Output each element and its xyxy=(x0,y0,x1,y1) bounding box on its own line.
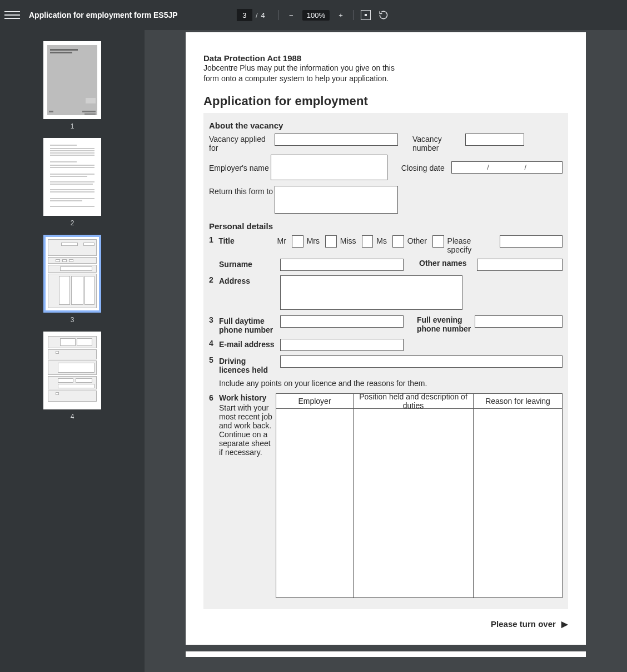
q3-label: Full daytime phone number xyxy=(219,315,278,334)
thumbnail-1[interactable]: 1 xyxy=(43,41,101,130)
thumbnail-2[interactable]: 2 xyxy=(43,138,101,227)
field-return-form[interactable] xyxy=(275,186,398,214)
page-total: 4 xyxy=(261,11,265,19)
zoom-out-button[interactable]: − xyxy=(285,8,298,22)
rotate-button[interactable] xyxy=(377,8,390,22)
q2-label: Address xyxy=(219,275,278,285)
thumbnail-number: 2 xyxy=(43,219,101,227)
thumbnail-number: 1 xyxy=(43,122,101,130)
field-vacancy-number[interactable] xyxy=(465,134,524,146)
checkbox-miss[interactable] xyxy=(362,235,374,248)
turn-over-note: Please turn over ▶ xyxy=(203,619,568,629)
q4-label: E-mail address xyxy=(219,339,278,349)
field-surname[interactable] xyxy=(280,259,404,271)
title-miss-label: Miss xyxy=(339,235,360,245)
triangle-right-icon: ▶ xyxy=(561,619,568,629)
work-history-table: Employer Position held and description o… xyxy=(276,393,563,598)
form-title: Application for employment xyxy=(203,94,568,108)
field-other-names[interactable] xyxy=(477,259,563,271)
q5-label: Driving licences held xyxy=(219,355,278,374)
field-title-specify[interactable] xyxy=(500,235,563,248)
wh-cell-employer[interactable] xyxy=(276,409,354,598)
separator xyxy=(278,10,279,20)
q1-label: Title xyxy=(218,235,273,245)
q6-label: Work history xyxy=(219,393,266,402)
title-ms-label: Ms xyxy=(375,235,390,245)
checkbox-mrs[interactable] xyxy=(325,235,337,248)
title-mr-label: Mr xyxy=(276,235,290,245)
title-mrs-label: Mrs xyxy=(306,235,323,245)
field-driving-licence[interactable] xyxy=(280,355,563,368)
q2-number: 2 xyxy=(209,275,217,284)
checkbox-mr[interactable] xyxy=(292,235,303,248)
label-vacancy-applied: Vacancy applied for xyxy=(209,134,275,152)
wh-cell-position[interactable] xyxy=(354,409,474,598)
field-email[interactable] xyxy=(280,339,404,351)
label-return-form: Return this form to xyxy=(209,186,275,196)
section-vacancy-heading: About the vacancy xyxy=(209,121,563,130)
pdf-page-3: Data Protection Act 1988 Jobcentre Plus … xyxy=(186,32,586,645)
toolbar-center: / 4 − 100% + xyxy=(237,8,390,22)
q6-hint: Start with your most recent job and work… xyxy=(219,403,276,457)
pdf-page-4-sliver xyxy=(186,651,586,657)
thumbnail-preview-3 xyxy=(43,235,101,313)
thumbnail-number: 3 xyxy=(43,316,101,324)
fit-page-button[interactable] xyxy=(359,8,372,22)
label-closing-date: Closing date xyxy=(401,162,451,172)
thumbnail-4[interactable]: 4 xyxy=(43,332,101,421)
q1-number: 1 xyxy=(209,235,216,244)
section-personal-heading: Personal details xyxy=(209,221,563,231)
title-other-label: Other xyxy=(406,235,430,245)
field-evening-phone[interactable] xyxy=(475,315,563,328)
label-employer-name: Employer's name xyxy=(209,162,271,172)
checkbox-other[interactable] xyxy=(432,235,444,248)
rotate-icon xyxy=(378,9,389,21)
q3b-label: Full evening phone number xyxy=(417,315,472,333)
q5-number: 5 xyxy=(209,355,217,364)
q5-hint: Include any points on your licence and t… xyxy=(219,379,563,388)
q3-number: 3 xyxy=(209,315,217,324)
thumbnail-3[interactable]: 3 xyxy=(43,235,101,324)
field-employer-name[interactable] xyxy=(271,155,387,180)
surname-label: Surname xyxy=(219,259,278,269)
page-separator: / xyxy=(256,11,258,19)
menu-icon[interactable] xyxy=(4,7,20,23)
wh-cell-reason[interactable] xyxy=(474,409,563,598)
field-closing-date[interactable]: / / xyxy=(451,161,563,174)
field-vacancy-applied[interactable] xyxy=(275,134,398,146)
wh-header-employer: Employer xyxy=(276,393,354,409)
page-number-input[interactable] xyxy=(237,9,252,21)
thumbnail-preview-1 xyxy=(43,41,101,119)
wh-header-position: Position held and description of duties xyxy=(354,393,474,409)
other-names-label: Other names xyxy=(419,259,475,268)
field-daytime-phone[interactable] xyxy=(280,315,404,328)
q6-number: 6 xyxy=(209,393,217,402)
dpa-text-1: Jobcentre Plus may put the information y… xyxy=(203,63,568,73)
pdf-toolbar: Application for employment form ES5JP / … xyxy=(0,0,627,30)
zoom-value: 100% xyxy=(302,10,330,21)
field-address[interactable] xyxy=(280,275,462,310)
fit-page-icon xyxy=(361,10,371,20)
thumbnail-number: 4 xyxy=(43,413,101,421)
zoom-in-button[interactable]: + xyxy=(334,8,347,22)
thumbnail-preview-4 xyxy=(43,332,101,409)
page-canvas[interactable]: Data Protection Act 1988 Jobcentre Plus … xyxy=(145,30,627,672)
wh-header-reason: Reason for leaving xyxy=(474,393,563,409)
title-specify-label: Please specify xyxy=(446,235,498,254)
dpa-text-2: form onto a computer system to help your… xyxy=(203,73,568,84)
document-title: Application for employment form ES5JP xyxy=(29,11,178,19)
label-vacancy-number: Vacancy number xyxy=(412,134,465,152)
separator xyxy=(353,10,354,20)
form-body: About the vacancy Vacancy applied for Va… xyxy=(203,113,568,609)
q4-number: 4 xyxy=(209,339,217,348)
dpa-heading: Data Protection Act 1988 xyxy=(203,53,568,63)
thumbnail-sidebar[interactable]: 1 2 xyxy=(0,30,145,672)
thumbnail-preview-2 xyxy=(43,138,101,216)
checkbox-ms[interactable] xyxy=(392,235,404,248)
